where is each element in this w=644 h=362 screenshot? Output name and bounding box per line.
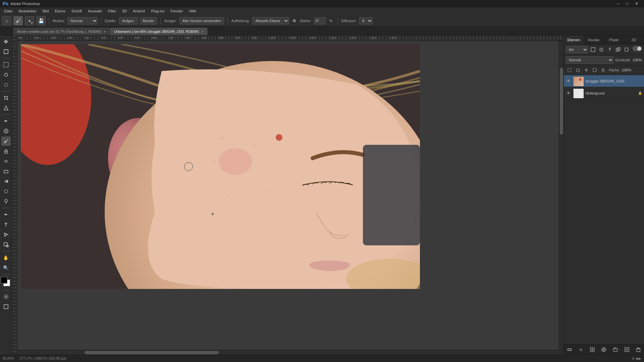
layer-type-select[interactable]: Art Name Effekt — [566, 46, 588, 53]
filter-toggle[interactable] — [633, 46, 642, 51]
tool-hand[interactable]: ✋ — [1, 253, 11, 262]
tool-perspective[interactable] — [1, 103, 11, 113]
modus-dropdown[interactable]: Normal Auflichten Abdunkeln — [67, 17, 98, 24]
blend-mode-select[interactable]: Normal Auflichten Multiplizieren — [566, 56, 613, 64]
tool-marquee[interactable] — [1, 60, 11, 69]
canvas-container[interactable]: + — [17, 41, 564, 355]
tool-text[interactable]: T — [1, 220, 11, 229]
tool-dodge[interactable] — [1, 197, 11, 206]
tool-screen-mode[interactable] — [1, 302, 11, 311]
maximize-button[interactable]: □ — [623, 0, 632, 7]
tab-unbenannt[interactable]: Unbenannt-1 bei 66% (struggle-3805349_19… — [110, 28, 207, 35]
tool-eraser[interactable] — [1, 167, 11, 176]
layer-adjustment-btn[interactable] — [600, 346, 607, 353]
layer-struggle[interactable]: 👁 struggle-3805349_1920 — [564, 75, 644, 87]
svg-point-32 — [272, 138, 273, 139]
tool-stamp[interactable] — [1, 146, 11, 156]
svg-rect-61 — [613, 349, 618, 351]
tool-magic-wand[interactable]: ⬡ — [1, 80, 11, 89]
menu-plugins[interactable]: Plug-ins — [148, 8, 167, 14]
layer-delete-btn[interactable] — [635, 346, 642, 353]
lock-image-btn[interactable] — [574, 66, 582, 74]
brush-pressure-icon[interactable]: ∿ — [328, 17, 334, 24]
left-toolbar-divider-3 — [2, 114, 10, 115]
menu-bild[interactable]: Bild — [40, 8, 51, 14]
tool-pen[interactable]: ✒ — [1, 210, 11, 219]
svg-point-26 — [221, 137, 223, 139]
brush-tool-button[interactable]: 🖌 — [13, 16, 23, 25]
tool-move[interactable]: ✥ — [1, 37, 11, 46]
menu-bearbeiten[interactable]: Bearbeiten — [16, 8, 39, 14]
tab-channels[interactable]: Kanäle — [584, 36, 604, 44]
tool-spot-heal[interactable] — [1, 126, 11, 136]
horizontal-scrollbar[interactable] — [17, 350, 564, 355]
status-nav-right[interactable]: ▶ — [639, 357, 641, 360]
lock-transparent-btn[interactable] — [566, 66, 573, 74]
menu-datei[interactable]: Datei — [1, 8, 15, 14]
status-nav-left[interactable]: ◀ — [635, 357, 638, 360]
brush-options-button[interactable]: ● ▼ — [25, 16, 34, 25]
svg-rect-8 — [4, 170, 8, 173]
tool-brush[interactable]: 🖌 — [1, 136, 11, 146]
tool-crop[interactable] — [1, 93, 11, 103]
tool-quick-mask[interactable] — [1, 292, 11, 301]
muster-button[interactable]: Muster — [140, 17, 157, 24]
menu-ansicht[interactable]: Ansicht — [130, 8, 148, 14]
tab-3d[interactable]: 3D — [624, 36, 644, 44]
menu-hilfe[interactable]: Hilfe — [186, 8, 199, 14]
tool-path-select[interactable] — [1, 230, 11, 239]
layer-hintergrund[interactable]: 👁 Hintergrund 🔒 — [564, 87, 644, 99]
layer-group-btn[interactable] — [612, 346, 619, 353]
stärke-input[interactable] — [314, 17, 326, 24]
filter-text-btn[interactable]: T — [606, 46, 613, 53]
menu-auswahl[interactable]: Auswahl — [85, 8, 105, 14]
menu-3d[interactable]: 3D — [119, 8, 129, 14]
tool-shape[interactable] — [1, 240, 11, 249]
lock-position-btn[interactable] — [583, 66, 590, 74]
layer-hintergrund-visibility[interactable]: 👁 — [566, 91, 571, 96]
tool-blur[interactable] — [1, 187, 11, 196]
minimize-button[interactable]: – — [613, 0, 623, 7]
layer-link-btn[interactable] — [566, 346, 573, 353]
ruler-top-marks: 250 300 350 400 450 500 550 600 650 700 … — [17, 36, 564, 40]
menu-fenster[interactable]: Fenster — [168, 8, 185, 14]
layer-mask-btn[interactable] — [589, 346, 596, 353]
save-button[interactable]: 💾 — [36, 16, 46, 25]
filter-shape-btn[interactable] — [614, 46, 622, 53]
diffusion-dropdown[interactable]: 8 — [359, 17, 373, 24]
tab-muster[interactable]: Muster erstellen.psdc bei 15,7% (Farbfül… — [13, 28, 110, 35]
menu-schrift[interactable]: Schrift — [69, 8, 85, 14]
filter-smartobj-btn[interactable] — [623, 46, 630, 53]
tab-layers[interactable]: Ebenen — [564, 36, 584, 44]
vertical-scrollbar[interactable] — [559, 41, 564, 350]
tool-eyedropper[interactable]: ✒ — [1, 116, 11, 126]
tool-history-brush[interactable]: ⟲ — [1, 157, 11, 166]
layer-add-btn[interactable] — [623, 346, 631, 353]
status-settings[interactable]: ⚙ — [632, 357, 635, 360]
filter-pixel-btn[interactable] — [589, 46, 597, 53]
tool-lasso[interactable] — [1, 70, 11, 79]
alte-version-button[interactable]: Alte Version verwenden — [179, 17, 224, 24]
tool-gradient[interactable] — [1, 177, 11, 186]
lock-all-btn[interactable] — [599, 66, 607, 74]
home-button[interactable]: ⌂ — [2, 16, 11, 25]
foreground-color-swatch[interactable] — [1, 277, 7, 284]
layer-fx-btn[interactable]: fx — [577, 346, 585, 353]
layer-struggle-visibility[interactable]: 👁 — [566, 79, 571, 83]
lock-artboard-btn[interactable] — [591, 66, 598, 74]
tab-unbenannt-close[interactable]: ✕ — [201, 30, 204, 34]
tool-artboard[interactable] — [1, 47, 11, 56]
align-icon[interactable]: ⊕ — [291, 17, 298, 24]
opacity-value[interactable]: 100% — [633, 58, 642, 62]
fill-value[interactable]: 100% — [622, 68, 631, 72]
menu-filter[interactable]: Filter — [105, 8, 119, 14]
tab-muster-close[interactable]: ✕ — [103, 30, 106, 34]
tool-zoom[interactable]: 🔍 — [1, 263, 11, 273]
menu-ebene[interactable]: Ebene — [52, 8, 68, 14]
close-button[interactable]: ✕ — [632, 0, 641, 7]
filter-adjustment-btn[interactable] — [598, 46, 605, 53]
aufgen-button[interactable]: Aufgen. — [119, 17, 138, 24]
aufhellung-dropdown[interactable]: Aktuelle Ebene — [252, 17, 289, 24]
tab-paths[interactable]: Pfade — [604, 36, 624, 44]
document-tabs: Muster erstellen.psdc bei 15,7% (Farbfül… — [0, 27, 644, 36]
